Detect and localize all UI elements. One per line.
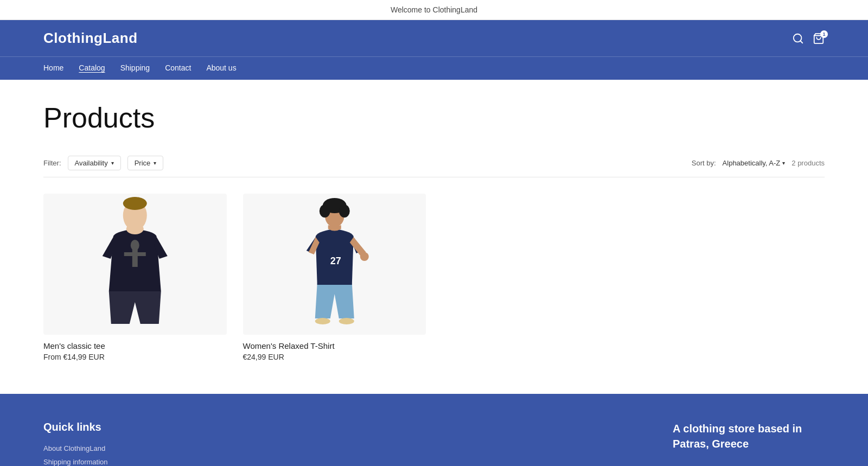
header-icons: 1 bbox=[792, 33, 825, 44]
header: ClothingLand 1 bbox=[0, 20, 868, 56]
footer: Quick links About ClothingLand Shipping … bbox=[0, 394, 868, 466]
top-banner: Welcome to ClothingLand bbox=[0, 0, 868, 20]
nav-contact[interactable]: Contact bbox=[165, 63, 191, 73]
price-filter[interactable]: Price bbox=[127, 156, 164, 170]
page-title: Products bbox=[43, 101, 825, 134]
footer-quick-links: Quick links About ClothingLand Shipping … bbox=[43, 421, 108, 466]
nav-shipping[interactable]: Shipping bbox=[120, 63, 150, 73]
product-price-womens-relaxed-tshirt: €24,99 EUR bbox=[243, 353, 426, 361]
filter-right: Sort by: Alphabetically, A-Z 2 products bbox=[692, 159, 825, 167]
product-image-womens-relaxed-tshirt: 27 bbox=[243, 194, 426, 335]
products-count: 2 products bbox=[792, 159, 825, 167]
womens-tshirt-illustration: 27 bbox=[243, 194, 426, 335]
availability-filter-label: Availability bbox=[75, 159, 108, 167]
svg-point-11 bbox=[315, 318, 330, 324]
footer-inner: Quick links About ClothingLand Shipping … bbox=[43, 421, 825, 466]
product-name-womens-relaxed-tshirt: Women's Relaxed T-Shirt bbox=[243, 341, 426, 350]
product-info-mens-classic-tee: Men's classic tee From €14,99 EUR bbox=[43, 335, 227, 361]
svg-rect-8 bbox=[124, 252, 146, 256]
svg-point-9 bbox=[131, 240, 139, 251]
footer-links-list: About ClothingLand Shipping information … bbox=[43, 444, 108, 466]
svg-rect-7 bbox=[132, 248, 138, 267]
footer-link-shipping[interactable]: Shipping information bbox=[43, 458, 108, 466]
product-card-womens-relaxed-tshirt[interactable]: 27 Women's Rela bbox=[243, 194, 426, 361]
filter-left: Filter: Availability Price bbox=[43, 156, 163, 170]
cart-button[interactable]: 1 bbox=[813, 33, 825, 44]
main-content: Products Filter: Availability Price Sort… bbox=[0, 80, 868, 394]
price-filter-label: Price bbox=[135, 159, 151, 167]
product-image-mens-classic-tee bbox=[43, 194, 227, 335]
sort-select[interactable]: Alphabetically, A-Z bbox=[723, 159, 786, 167]
product-card-mens-classic-tee[interactable]: Men's classic tee From €14,99 EUR bbox=[43, 194, 227, 361]
sort-label: Sort by: bbox=[692, 159, 716, 167]
footer-tagline-col: A clothing store based in Patras, Greece bbox=[673, 421, 825, 466]
cart-badge: 1 bbox=[820, 30, 828, 38]
svg-point-18 bbox=[360, 252, 368, 261]
product-info-womens-relaxed-tshirt: Women's Relaxed T-Shirt €24,99 EUR bbox=[243, 335, 426, 361]
product-name-mens-classic-tee: Men's classic tee bbox=[43, 341, 227, 350]
sort-current: Alphabetically, A-Z bbox=[723, 159, 781, 167]
filter-bar: Filter: Availability Price Sort by: Alph… bbox=[43, 156, 825, 177]
svg-point-16 bbox=[319, 205, 330, 218]
products-grid: Men's classic tee From €14,99 EUR bbox=[43, 194, 825, 361]
nav-about[interactable]: About us bbox=[206, 63, 236, 73]
svg-line-1 bbox=[800, 41, 802, 43]
logo[interactable]: ClothingLand bbox=[43, 30, 138, 47]
filter-label: Filter: bbox=[43, 159, 61, 167]
navigation: Home Catalog Shipping Contact About us bbox=[0, 56, 868, 80]
nav-home[interactable]: Home bbox=[43, 63, 63, 73]
footer-tagline: A clothing store based in Patras, Greece bbox=[673, 421, 825, 451]
search-button[interactable] bbox=[792, 33, 804, 44]
svg-point-17 bbox=[339, 205, 349, 218]
footer-link-about[interactable]: About ClothingLand bbox=[43, 444, 108, 452]
svg-text:27: 27 bbox=[330, 256, 341, 266]
banner-text: Welcome to ClothingLand bbox=[391, 5, 477, 14]
product-price-mens-classic-tee: From €14,99 EUR bbox=[43, 353, 227, 361]
search-icon bbox=[792, 33, 804, 44]
nav-inner: Home Catalog Shipping Contact About us bbox=[43, 57, 825, 80]
availability-filter[interactable]: Availability bbox=[68, 156, 121, 170]
footer-quick-links-title: Quick links bbox=[43, 421, 108, 433]
svg-point-6 bbox=[123, 197, 147, 210]
nav-catalog[interactable]: Catalog bbox=[79, 63, 105, 73]
svg-point-12 bbox=[339, 318, 354, 324]
mens-tee-illustration bbox=[43, 194, 227, 335]
